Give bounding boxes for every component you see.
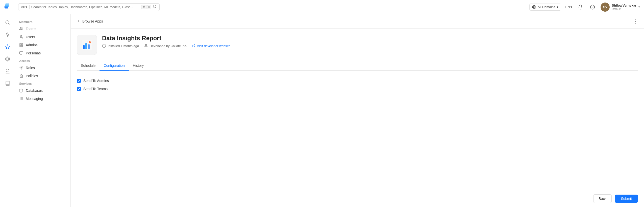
main-layout: Members Teams Users Admins Personas Acce… bbox=[0, 14, 644, 207]
tab-history[interactable]: History bbox=[129, 61, 148, 71]
svg-point-28 bbox=[21, 67, 22, 68]
teams-icon bbox=[19, 27, 23, 31]
sidebar-globe-icon[interactable] bbox=[2, 54, 13, 64]
external-link-icon bbox=[192, 44, 195, 48]
svg-rect-26 bbox=[20, 45, 21, 47]
svg-point-44 bbox=[145, 44, 147, 46]
policies-icon bbox=[19, 74, 23, 78]
nav-right: All Domains ▾ EN ▾ SV Shilpa Vernekar De… bbox=[529, 3, 640, 12]
nav-item-policies[interactable]: Policies bbox=[15, 72, 70, 80]
nav-personas-label: Personas bbox=[26, 51, 41, 55]
content-area: Browse Apps ⋮ bbox=[71, 14, 644, 207]
nav-users-label: Users bbox=[26, 35, 35, 39]
developer-label: Developed by Collate Inc. bbox=[150, 44, 187, 48]
svg-rect-2 bbox=[5, 3, 9, 6]
configuration-section: Send To Admins Send To Teams bbox=[77, 77, 638, 97]
nav-item-databases[interactable]: Databases bbox=[15, 87, 70, 95]
search-icon[interactable] bbox=[153, 5, 157, 10]
svg-marker-20 bbox=[6, 69, 9, 70]
svg-rect-40 bbox=[85, 43, 87, 49]
svg-point-3 bbox=[153, 5, 156, 8]
svg-point-8 bbox=[7, 34, 8, 36]
help-icon[interactable] bbox=[588, 3, 597, 11]
nav-policies-label: Policies bbox=[26, 74, 38, 78]
domain-label: All Domains bbox=[538, 5, 555, 9]
icon-sidebar bbox=[0, 14, 15, 207]
history-tab-label: History bbox=[133, 64, 144, 68]
person-icon bbox=[144, 44, 148, 48]
svg-point-31 bbox=[20, 89, 23, 90]
svg-point-21 bbox=[20, 27, 21, 29]
sidebar-apps-icon[interactable] bbox=[2, 42, 13, 52]
send-to-teams-label: Send To Teams bbox=[83, 87, 108, 91]
nav-databases-label: Databases bbox=[26, 89, 43, 93]
domain-chevron-icon: ▾ bbox=[557, 5, 558, 9]
checkmark-icon bbox=[78, 79, 80, 82]
tab-configuration[interactable]: Configuration bbox=[100, 61, 129, 71]
lang-chevron-icon: ▾ bbox=[571, 5, 572, 9]
search-bar[interactable]: All ▾ ⌘ K bbox=[18, 3, 160, 11]
nav-item-messaging[interactable]: Messaging bbox=[15, 95, 70, 103]
services-section-label: Services bbox=[15, 80, 70, 87]
svg-rect-25 bbox=[21, 45, 23, 47]
app-logo-icon bbox=[80, 38, 93, 51]
search-input[interactable] bbox=[31, 5, 139, 9]
logo[interactable] bbox=[4, 3, 13, 12]
app-icon bbox=[77, 35, 97, 55]
user-menu[interactable]: SV Shilpa Vernekar Default ▾ bbox=[601, 3, 640, 12]
user-role: Default bbox=[612, 7, 636, 10]
top-navigation: All ▾ ⌘ K All Domains ▾ EN ▾ bbox=[0, 0, 644, 14]
personas-icon bbox=[19, 51, 23, 55]
svg-marker-13 bbox=[5, 45, 10, 49]
more-options-button[interactable]: ⋮ bbox=[633, 18, 638, 24]
footer-actions: Back Submit bbox=[71, 190, 644, 207]
nav-item-teams[interactable]: Teams bbox=[15, 25, 70, 33]
visit-developer-link[interactable]: Visit developer website bbox=[192, 44, 230, 48]
checkmark-icon-2 bbox=[78, 88, 80, 90]
left-navigation: Members Teams Users Admins Personas Acce… bbox=[15, 14, 71, 207]
configuration-tab-label: Configuration bbox=[104, 64, 125, 68]
language-selector[interactable]: EN ▾ bbox=[565, 5, 572, 9]
send-to-admins-item: Send To Admins bbox=[77, 79, 638, 83]
developer-meta: Developed by Collate Inc. bbox=[144, 44, 187, 48]
submit-button[interactable]: Submit bbox=[615, 195, 638, 203]
send-to-teams-checkbox[interactable] bbox=[77, 87, 81, 91]
nav-item-admins[interactable]: Admins bbox=[15, 41, 70, 49]
back-to-browse-link[interactable]: Browse Apps bbox=[77, 19, 103, 24]
lang-label: EN bbox=[565, 5, 570, 9]
app-info: Data Insights Report Installed 1 month a… bbox=[102, 35, 638, 48]
nav-item-personas[interactable]: Personas bbox=[15, 49, 70, 57]
nav-teams-label: Teams bbox=[26, 27, 36, 31]
user-chevron-icon: ▾ bbox=[638, 5, 640, 9]
sidebar-book-icon[interactable] bbox=[2, 78, 13, 89]
avatar: SV bbox=[601, 3, 610, 12]
svg-point-7 bbox=[6, 21, 9, 24]
search-filter-dropdown[interactable]: All ▾ bbox=[21, 5, 30, 9]
content-wrapper: Browse Apps ⋮ bbox=[71, 14, 644, 207]
access-section-label: Access bbox=[15, 57, 70, 64]
sidebar-bank-icon[interactable] bbox=[2, 66, 13, 76]
back-arrow-icon bbox=[77, 19, 81, 24]
back-button[interactable]: Back bbox=[593, 194, 612, 203]
svg-rect-23 bbox=[20, 44, 21, 45]
nav-item-roles[interactable]: Roles bbox=[15, 64, 70, 72]
nav-item-users[interactable]: Users bbox=[15, 33, 70, 41]
sidebar-starred-icon[interactable] bbox=[2, 29, 13, 40]
tab-schedule[interactable]: Schedule bbox=[77, 61, 100, 71]
send-to-admins-label: Send To Admins bbox=[83, 79, 109, 83]
domain-selector[interactable]: All Domains ▾ bbox=[529, 4, 561, 11]
filter-label: All bbox=[21, 5, 24, 9]
send-to-admins-checkbox[interactable] bbox=[77, 79, 81, 83]
app-meta: Installed 1 month ago Developed by Colla… bbox=[102, 44, 638, 48]
notifications-icon[interactable] bbox=[576, 3, 584, 11]
svg-rect-24 bbox=[21, 44, 23, 45]
svg-rect-27 bbox=[19, 52, 23, 54]
installed-meta: Installed 1 month ago bbox=[102, 44, 139, 48]
visit-label: Visit developer website bbox=[197, 44, 230, 48]
sidebar-explore-icon[interactable] bbox=[2, 17, 13, 28]
installed-label: Installed 1 month ago bbox=[108, 44, 139, 48]
svg-rect-41 bbox=[88, 44, 90, 49]
nav-messaging-label: Messaging bbox=[26, 97, 43, 101]
send-to-teams-item: Send To Teams bbox=[77, 87, 638, 91]
messaging-icon bbox=[19, 97, 23, 101]
